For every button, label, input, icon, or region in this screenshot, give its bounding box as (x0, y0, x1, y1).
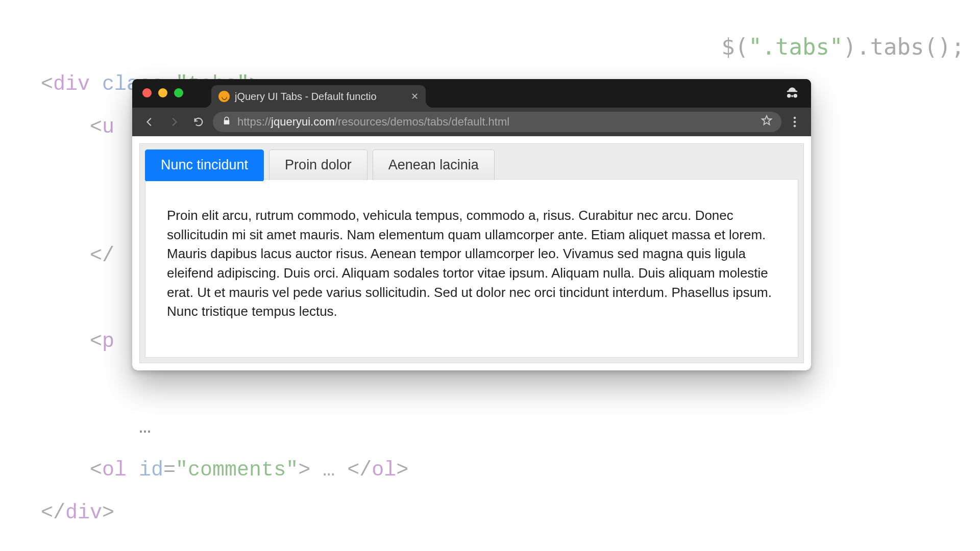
browser-menu-button[interactable] (786, 116, 804, 128)
svg-point-1 (794, 121, 796, 123)
close-window-button[interactable] (142, 88, 152, 97)
tab-title: jQuery UI Tabs - Default functio (235, 91, 406, 103)
reload-button[interactable] (188, 112, 209, 132)
browser-tab[interactable]: ◡ jQuery UI Tabs - Default functio ✕ (211, 85, 426, 108)
tab-aenean-lacinia[interactable]: Aenean lacinia (373, 149, 495, 180)
minimize-window-button[interactable] (158, 88, 167, 97)
tab-nunc-tincidunt[interactable]: Nunc tincidunt (145, 149, 264, 180)
browser-toolbar: https://jqueryui.com/resources/demos/tab… (132, 108, 811, 136)
url-text: https://jqueryui.com/resources/demos/tab… (237, 115, 755, 129)
svg-point-2 (794, 125, 796, 128)
tab-proin-dolor[interactable]: Proin dolor (269, 149, 368, 180)
incognito-icon (785, 86, 800, 104)
page-viewport: Nunc tincidunt Proin dolor Aenean lacini… (132, 136, 811, 370)
browser-window: ◡ jQuery UI Tabs - Default functio ✕ htt… (132, 79, 811, 370)
tab-favicon: ◡ (218, 91, 230, 102)
svg-point-0 (794, 117, 796, 119)
address-bar[interactable]: https://jqueryui.com/resources/demos/tab… (213, 112, 781, 132)
panel-text: Proin elit arcu, rutrum commodo, vehicul… (167, 206, 776, 321)
window-controls (142, 88, 183, 97)
forward-button[interactable] (164, 112, 184, 132)
tab-panel-content: Proin elit arcu, rutrum commodo, vehicul… (145, 179, 798, 358)
background-js-snippet: $(".tabs").tabs(); (721, 34, 965, 60)
jquery-tabs-widget: Nunc tincidunt Proin dolor Aenean lacini… (139, 143, 804, 363)
lock-icon (222, 115, 231, 129)
browser-titlebar: ◡ jQuery UI Tabs - Default functio ✕ (132, 79, 811, 108)
tab-close-icon[interactable]: ✕ (411, 91, 419, 102)
tabs-nav: Nunc tincidunt Proin dolor Aenean lacini… (145, 149, 798, 180)
back-button[interactable] (139, 112, 160, 132)
bookmark-star-icon[interactable] (761, 115, 772, 129)
maximize-window-button[interactable] (174, 88, 183, 97)
